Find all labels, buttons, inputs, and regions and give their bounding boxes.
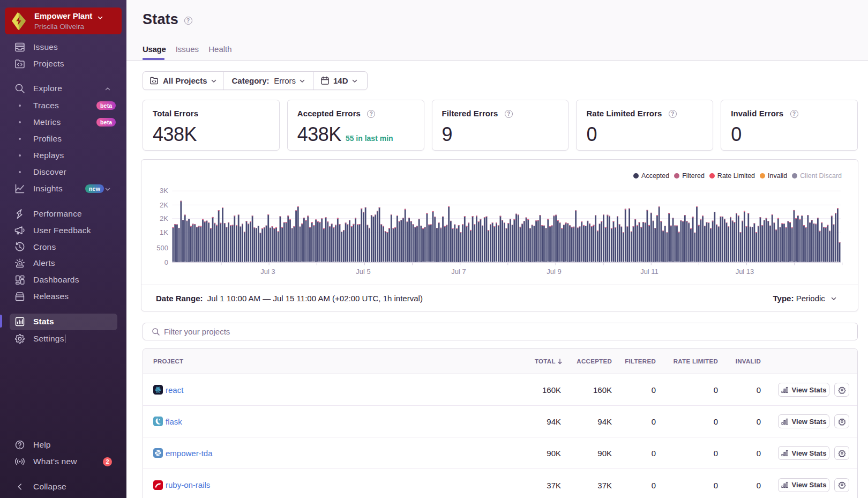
svg-text:1K: 1K: [160, 228, 168, 236]
svg-text:2K: 2K: [160, 201, 168, 209]
svg-text:Jul 11: Jul 11: [640, 267, 659, 276]
svg-text:500: 500: [156, 244, 168, 252]
svg-text:Jul 13: Jul 13: [736, 267, 754, 276]
svg-text:3K: 3K: [160, 187, 168, 195]
svg-text:Jul 5: Jul 5: [356, 267, 370, 276]
svg-text:Jul 3: Jul 3: [260, 267, 275, 276]
svg-text:Jul 7: Jul 7: [451, 267, 466, 276]
svg-text:0: 0: [164, 258, 168, 266]
svg-text:Jul 9: Jul 9: [547, 267, 561, 276]
svg-text:2K: 2K: [160, 214, 168, 222]
